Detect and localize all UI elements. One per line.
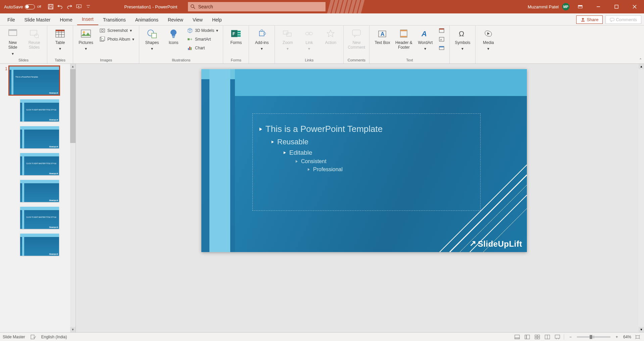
content-placeholder[interactable]: This is a PowerPoint Template Reusable E… bbox=[252, 113, 481, 211]
undo-icon[interactable] bbox=[56, 3, 64, 10]
tab-home[interactable]: Home bbox=[55, 14, 77, 25]
group-symbols: ΩSymbols▾ bbox=[450, 26, 476, 63]
new-slide-button[interactable]: New Slide▾ bbox=[3, 27, 22, 57]
scroll-up-icon[interactable]: ▲ bbox=[639, 64, 644, 69]
slide-master[interactable]: This is a PowerPoint Template Reusable E… bbox=[201, 69, 527, 252]
thumbnail[interactable]: SlideUpLift bbox=[20, 180, 59, 202]
addins-button[interactable]: Add-ins▾ bbox=[252, 27, 271, 53]
table-icon bbox=[55, 28, 65, 39]
thumbnail[interactable]: CLICK TO EDIT MASTER TITLE STYLESlideUpL… bbox=[20, 99, 59, 121]
scroll-down-icon[interactable]: ▼ bbox=[70, 327, 76, 332]
thumbnail[interactable]: SlideUpLift bbox=[20, 234, 59, 256]
search-box[interactable]: Search bbox=[188, 2, 326, 11]
tab-insert[interactable]: Insert bbox=[77, 14, 98, 25]
zoom-out-button[interactable]: − bbox=[567, 334, 574, 340]
bullet-icon bbox=[284, 151, 286, 154]
pictures-button[interactable]: Pictures▾ bbox=[77, 27, 95, 53]
header-footer-button[interactable]: Header & Footer bbox=[394, 27, 413, 51]
tab-animations[interactable]: Animations bbox=[131, 14, 163, 25]
zoom-in-button[interactable]: + bbox=[613, 334, 621, 340]
shapes-button[interactable]: Shapes▾ bbox=[143, 27, 161, 53]
workspace: 1This is a PowerPoint TemplateSlideUpLif… bbox=[0, 64, 644, 332]
slide-number-button[interactable]: # bbox=[437, 36, 446, 43]
scroll-down-icon[interactable]: ▼ bbox=[639, 327, 644, 332]
fit-to-window-icon[interactable] bbox=[634, 334, 641, 340]
maximize-icon[interactable] bbox=[609, 0, 624, 13]
thumbnail-item[interactable]: 1This is a PowerPoint TemplateSlideUpLif… bbox=[4, 66, 69, 95]
collapse-ribbon-icon[interactable]: ⌃ bbox=[639, 58, 642, 62]
tab-file[interactable]: File bbox=[3, 14, 20, 25]
thumbnail-item[interactable]: CLICK TO EDIT MASTER TITLE STYLESlideUpL… bbox=[4, 99, 69, 121]
thumbnail-item[interactable]: CLICK TO EDIT MASTER TITLE STYLESlideUpL… bbox=[4, 207, 69, 229]
thumbnail[interactable]: CLICK TO EDIT MASTER TITLE STYLESlideUpL… bbox=[20, 207, 59, 229]
photo-album-button[interactable]: Photo Album ▾ bbox=[98, 36, 136, 43]
forms-button[interactable]: F Forms bbox=[227, 27, 245, 46]
save-icon[interactable] bbox=[47, 3, 54, 10]
tab-view[interactable]: View bbox=[188, 14, 207, 25]
text-box-button[interactable]: AText Box bbox=[373, 27, 392, 46]
thumbnail[interactable]: CLICK TO EDIT MASTER TITLE STYLESlideUpL… bbox=[20, 153, 59, 175]
sorter-view-icon[interactable] bbox=[534, 334, 541, 340]
comments-button[interactable]: Comments bbox=[605, 15, 641, 24]
3d-models-button[interactable]: 3D Models ▾ bbox=[186, 27, 219, 34]
user-name[interactable]: Muzammil Patel bbox=[528, 4, 559, 9]
wordart-button[interactable]: AWordArt▾ bbox=[416, 27, 435, 53]
svg-line-20 bbox=[38, 37, 39, 38]
date-time-button[interactable] bbox=[437, 27, 446, 34]
symbols-button[interactable]: ΩSymbols▾ bbox=[453, 27, 472, 53]
quick-access-toolbar bbox=[45, 3, 94, 10]
svg-rect-49 bbox=[287, 33, 291, 36]
tab-transitions[interactable]: Transitions bbox=[98, 14, 131, 25]
table-button[interactable]: Table▾ bbox=[51, 27, 69, 53]
close-icon[interactable] bbox=[627, 0, 642, 13]
spell-check-icon[interactable] bbox=[31, 335, 36, 339]
present-icon[interactable] bbox=[75, 3, 83, 10]
minimize-icon[interactable] bbox=[591, 0, 606, 13]
scroll-up-icon[interactable]: ▲ bbox=[70, 64, 76, 69]
zoom-level[interactable]: 64% bbox=[623, 335, 631, 339]
group-forms: F Forms Forms bbox=[223, 26, 249, 63]
svg-rect-56 bbox=[400, 30, 407, 31]
bullet-icon bbox=[308, 168, 310, 171]
pictures-icon bbox=[81, 28, 91, 39]
icons-button[interactable]: Icons bbox=[164, 27, 183, 46]
reading-view-icon[interactable] bbox=[544, 334, 551, 340]
svg-rect-36 bbox=[172, 37, 175, 38]
thumb-scrollbar[interactable]: ▲ ▼ bbox=[70, 64, 76, 332]
ribbon-display-icon[interactable] bbox=[573, 0, 588, 13]
tab-slide-master[interactable]: Slide Master bbox=[20, 14, 55, 25]
svg-rect-35 bbox=[172, 36, 175, 37]
thumbnail-item[interactable]: CLICK TO EDIT MASTER TITLE STYLESlideUpL… bbox=[4, 153, 69, 175]
media-button[interactable]: Media▾ bbox=[479, 27, 498, 53]
smartart-button[interactable]: SmartArt bbox=[186, 36, 219, 43]
svg-rect-76 bbox=[535, 335, 537, 337]
svg-rect-44 bbox=[238, 33, 241, 35]
thumbnail-item[interactable]: SlideUpLift bbox=[4, 180, 69, 202]
notes-button[interactable] bbox=[513, 334, 521, 340]
object-button[interactable] bbox=[437, 44, 446, 52]
tab-review[interactable]: Review bbox=[163, 14, 188, 25]
screenshot-button[interactable]: Screenshot ▾ bbox=[98, 27, 136, 34]
autosave-toggle[interactable]: AutoSave Off bbox=[0, 4, 45, 9]
thumbnail[interactable]: This is a PowerPoint TemplateSlideUpLift bbox=[9, 66, 59, 95]
scroll-thumb[interactable] bbox=[70, 69, 76, 143]
zoom-slider[interactable] bbox=[577, 336, 610, 338]
slide-accent-top2 bbox=[235, 69, 527, 96]
status-mode[interactable]: Slide Master bbox=[3, 335, 25, 339]
slideshow-view-icon[interactable] bbox=[554, 334, 561, 340]
redo-icon[interactable] bbox=[66, 3, 73, 10]
tab-help[interactable]: Help bbox=[207, 14, 227, 25]
thumbnail-item[interactable]: SlideUpLift bbox=[4, 126, 69, 148]
customize-qat-icon[interactable] bbox=[85, 3, 92, 10]
share-button[interactable]: Share bbox=[576, 15, 603, 24]
thumbnail-item[interactable]: SlideUpLift bbox=[4, 234, 69, 256]
toggle-switch[interactable] bbox=[25, 4, 35, 9]
normal-view-icon[interactable] bbox=[524, 334, 531, 340]
canvas-scrollbar[interactable]: ▲ ▼ bbox=[639, 64, 644, 332]
svg-text:A: A bbox=[421, 30, 427, 38]
thumbnail[interactable]: SlideUpLift bbox=[20, 126, 59, 148]
chart-button[interactable]: Chart bbox=[186, 44, 219, 52]
new-comment-icon bbox=[351, 28, 362, 39]
user-avatar[interactable]: MP bbox=[562, 3, 569, 10]
status-language[interactable]: English (India) bbox=[41, 335, 67, 339]
